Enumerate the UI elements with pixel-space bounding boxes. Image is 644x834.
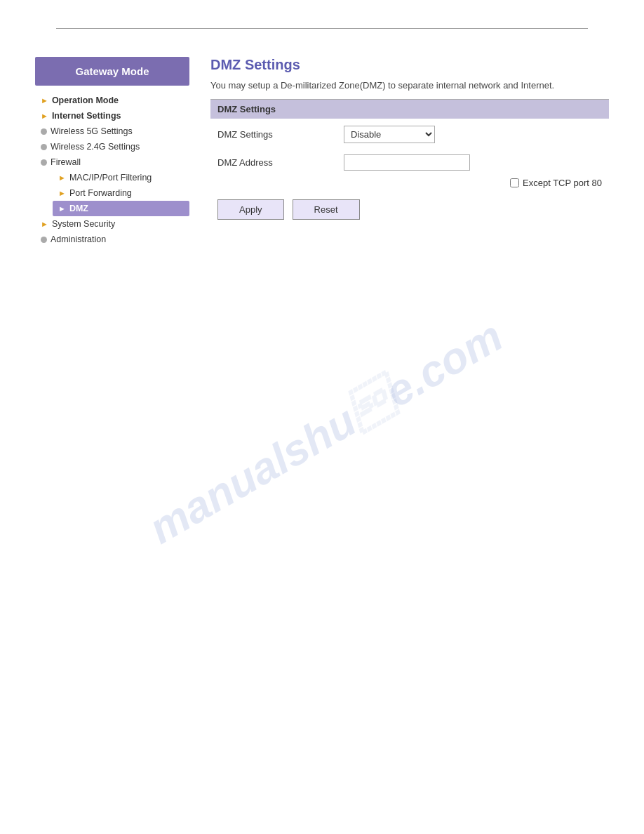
dmz-settings-label: DMZ Settings — [210, 119, 337, 150]
arrow-icon: ► — [58, 173, 66, 182]
sidebar-item-label: Internet Settings — [52, 111, 121, 121]
except-row: Except TCP port 80 — [210, 175, 609, 191]
apply-button[interactable]: Apply — [217, 199, 284, 220]
page-title: DMZ Settings — [210, 57, 609, 73]
sidebar-item-label: Port Forwarding — [69, 188, 132, 198]
sidebar-item-label: Administration — [51, 234, 106, 244]
button-row: Apply Reset — [210, 191, 609, 228]
sidebar-item-label: DMZ — [69, 204, 88, 213]
section-header: DMZ Settings — [210, 100, 609, 119]
arrow-icon: ► — [41, 112, 48, 120]
sidebar-item-label: Operation Mode — [52, 95, 119, 105]
sidebar-item-internet-settings[interactable]: ► Internet Settings — [35, 108, 189, 124]
dmz-address-control — [337, 150, 609, 175]
arrow-icon: ► — [41, 220, 48, 228]
sidebar-item-label: MAC/IP/Port Filtering — [69, 173, 152, 183]
sidebar: Gateway Mode ► Operation Mode ► Internet… — [35, 57, 189, 247]
sidebar-item-port-forwarding[interactable]: ► Port Forwarding — [53, 185, 189, 201]
circle-icon — [41, 237, 47, 243]
sidebar-item-wireless-24g[interactable]: Wireless 2.4G Settings — [35, 139, 189, 154]
sidebar-item-administration[interactable]: Administration — [35, 232, 189, 247]
sidebar-item-mac-ip-port[interactable]: ► MAC/IP/Port Filtering — [53, 170, 189, 185]
reset-button[interactable]: Reset — [293, 199, 360, 220]
sidebar-item-label: Wireless 2.4G Settings — [51, 142, 140, 152]
settings-table: DMZ Settings DMZ Settings Disable Enable… — [210, 100, 609, 228]
sidebar-item-firewall[interactable]: Firewall — [35, 154, 189, 170]
sidebar-item-label: Wireless 5G Settings — [51, 126, 133, 136]
dmz-settings-control: Disable Enable — [337, 119, 609, 150]
main-content: DMZ Settings You may setup a De-militari… — [210, 57, 609, 247]
circle-icon — [41, 144, 47, 150]
dmz-address-label: DMZ Address — [210, 150, 337, 175]
sidebar-item-operation-mode[interactable]: ► Operation Mode — [35, 93, 189, 108]
table-row: DMZ Address — [210, 150, 609, 175]
dmz-address-input[interactable] — [344, 154, 470, 171]
except-tcp-label: Except TCP port 80 — [523, 178, 602, 188]
sidebar-item-label: System Security — [52, 219, 115, 229]
sidebar-item-label: Firewall — [51, 157, 81, 167]
page-description: You may setup a De-militarized Zone(DMZ)… — [210, 80, 609, 91]
arrow-icon: ► — [58, 189, 66, 197]
watermark: manualshue.com — [140, 311, 511, 554]
sidebar-header: Gateway Mode — [35, 57, 189, 86]
sidebar-item-system-security[interactable]: ► System Security — [35, 216, 189, 232]
top-divider — [56, 28, 588, 29]
sidebar-nav: ► Operation Mode ► Internet Settings Wir… — [35, 93, 189, 247]
sidebar-item-wireless-5g[interactable]: Wireless 5G Settings — [35, 124, 189, 139]
arrow-icon: ► — [58, 204, 66, 213]
except-tcp-checkbox[interactable] — [510, 178, 519, 187]
circle-icon — [41, 159, 47, 166]
dmz-settings-select[interactable]: Disable Enable — [344, 126, 435, 143]
arrow-icon: ► — [41, 96, 48, 105]
circle-icon — [41, 128, 47, 135]
sidebar-item-dmz[interactable]: ► DMZ — [53, 201, 189, 216]
table-row: DMZ Settings Disable Enable — [210, 119, 609, 150]
